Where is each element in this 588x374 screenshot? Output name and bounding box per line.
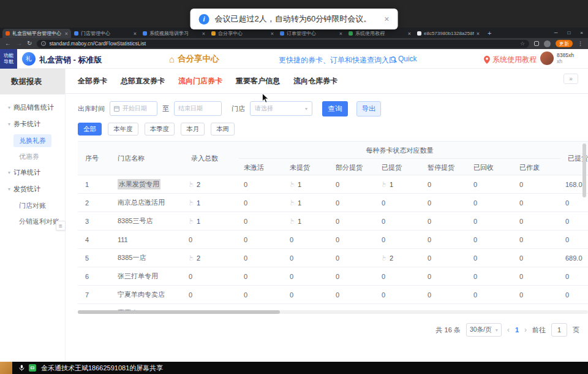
content-tab[interactable]: 重要客户信息 — [236, 76, 280, 86]
table-row: 38385三号店☞10☞1000000 — [78, 212, 588, 231]
quick-search-link[interactable]: ☞ Quick — [382, 55, 417, 63]
window-close-button[interactable]: × — [580, 30, 583, 36]
cell-link-value[interactable]: 1 — [298, 181, 301, 188]
next-page-button[interactable]: › — [524, 326, 527, 334]
pointer-hand-icon: ☞ — [288, 218, 296, 224]
current-page[interactable]: 1 — [515, 326, 519, 334]
pointer-hand-icon: ☞ — [288, 181, 296, 188]
back-icon[interactable]: ← — [5, 40, 11, 47]
column-header: 未激活 — [239, 159, 285, 176]
content-tab[interactable]: 流向门店券卡 — [178, 76, 222, 86]
sidebar-item[interactable]: ▾商品销售统计 — [0, 99, 65, 116]
banner-close-icon[interactable]: × — [384, 14, 389, 24]
quick-filter-chip[interactable]: 本年度 — [108, 123, 138, 135]
side-panel-icon[interactable] — [534, 41, 539, 46]
browser-tab[interactable]: 礼盒营销平台管理中心× — [2, 29, 71, 38]
bookmark-star-icon[interactable]: ☆ — [520, 40, 525, 47]
horizontal-scrollbar[interactable] — [78, 310, 588, 314]
address-bar[interactable]: i standard.maboy.cn/CardFlowStatisticsLi… — [37, 40, 529, 48]
content-tab[interactable]: 全部券卡 — [78, 76, 107, 86]
sidebar-item[interactable]: ▾券卡统计 — [0, 116, 65, 132]
sidebar-subitem[interactable]: 兑换礼券 — [0, 132, 65, 148]
location-pin-icon — [484, 56, 490, 64]
browser-menu-icon[interactable]: ⋮ — [578, 40, 583, 47]
quick-filter-chip[interactable]: 本季度 — [145, 123, 175, 135]
cell-link-value[interactable]: 1 — [298, 199, 301, 207]
cell-state-count: 0 — [285, 249, 331, 267]
search-icon — [391, 56, 396, 61]
browser-tab[interactable]: 订单管理中心× — [277, 29, 345, 38]
table-row: 7宁夏羊肉专卖店000000000 — [78, 286, 588, 304]
content-tab[interactable]: 流向仓库券卡 — [293, 76, 337, 86]
cell-state-count: ☞1 — [285, 212, 331, 230]
tab-close-icon[interactable]: × — [134, 31, 137, 37]
reload-icon[interactable]: ↻ — [27, 40, 32, 47]
time-filter-label: 出库时间 — [78, 104, 105, 113]
info-icon: i — [199, 14, 209, 25]
function-nav-line2: 导航 — [4, 59, 13, 65]
cell-link-value[interactable]: 2 — [197, 181, 200, 188]
browser-tab[interactable]: 系统视频培训学习× — [140, 29, 208, 38]
store-select[interactable]: 请选择 ▾ — [250, 101, 312, 116]
pointer-hand-icon: ☞ — [187, 255, 195, 261]
tutorial-link[interactable]: 系统使用教程 — [484, 55, 537, 65]
cell-state-count: 0 — [331, 231, 377, 248]
browser-tab[interactable]: 系统使用教程× — [345, 29, 414, 38]
cell-link-value[interactable]: 1 — [390, 181, 393, 188]
minimize-button[interactable]: ─ — [554, 30, 558, 36]
sidebar-drag-handle[interactable]: ≡ — [56, 221, 66, 231]
table-row: 4111000000000 — [78, 231, 588, 249]
cell-state-count: ☞1 — [285, 175, 331, 193]
cell-state-count: 0 — [514, 286, 560, 303]
store-name-text: 宁夏羊肉专卖店 — [118, 290, 165, 299]
tab-close-icon[interactable]: × — [408, 31, 411, 37]
sidebar-item[interactable]: ▾发货统计 — [0, 181, 65, 197]
cell-link-value[interactable]: 1 — [197, 199, 200, 207]
tab-close-icon[interactable]: × — [271, 31, 274, 37]
table-body: 1水果发货专用☞20☞10☞1000168.02南京总店激活用☞10☞10000… — [78, 175, 588, 314]
tab-close-icon[interactable]: × — [477, 31, 480, 37]
url-text[interactable]: standard.maboy.cn/CardFlowStatisticsList — [49, 40, 517, 47]
start-date-input[interactable]: 开始日期 — [110, 101, 157, 116]
collapse-panel-button[interactable]: » — [564, 74, 578, 84]
quick-filter-chip[interactable]: 本月 — [181, 123, 205, 135]
browser-tab[interactable]: 合分享中心× — [208, 29, 277, 38]
site-info-icon[interactable]: i — [41, 41, 46, 46]
sidebar-subitem[interactable]: 门店对账 — [0, 197, 65, 213]
content-tab[interactable]: 总部直发券卡 — [121, 76, 165, 86]
data-table: 序号门店名称录入总数每种券卡状态对应数量未激活未提货部分提货已提货暂停提货已回收… — [78, 141, 588, 314]
vertical-scrollbar-thumb[interactable] — [582, 143, 586, 197]
function-nav-button[interactable]: 功能 导航 — [0, 49, 17, 69]
new-tab-button[interactable]: + — [488, 29, 491, 37]
tab-close-icon[interactable]: × — [65, 31, 68, 37]
cell-link-value[interactable]: 2 — [390, 254, 393, 262]
vertical-scrollbar[interactable] — [582, 142, 586, 310]
cell-link-value[interactable]: 2 — [197, 254, 200, 262]
browser-profile-avatar[interactable] — [544, 40, 551, 47]
horizontal-scrollbar-thumb[interactable] — [78, 310, 280, 314]
user-menu[interactable]: 8385xh xh — [540, 52, 574, 65]
goto-page-input[interactable]: 1 — [551, 323, 567, 337]
tab-close-icon[interactable]: × — [202, 31, 205, 37]
export-button[interactable]: 导出 — [356, 101, 381, 116]
cell-link-value[interactable]: 1 — [298, 218, 301, 225]
microphone-icon[interactable] — [18, 364, 25, 372]
browser-tab[interactable]: 门店管理中心× — [71, 29, 140, 38]
end-date-input[interactable]: 结束日期 — [174, 101, 222, 116]
page-size-select[interactable]: 30条/页 ▾ — [466, 323, 502, 337]
search-button[interactable]: 查询 — [322, 101, 348, 116]
share-center-link[interactable]: ⌂ 合分享中心 — [169, 53, 219, 64]
quick-filter-chip[interactable]: 全部 — [78, 123, 102, 135]
sidebar-item[interactable]: ▾订单统计 — [0, 164, 65, 181]
prev-page-button[interactable]: ‹ — [507, 326, 510, 334]
browser-update-chip[interactable]: 更新 — [556, 40, 573, 47]
browser-tab[interactable]: e8c573980b1328a258fd2e6...× — [414, 29, 483, 38]
cell-link-value[interactable]: 1 — [197, 218, 200, 225]
end-date-placeholder: 结束日期 — [178, 104, 203, 113]
tab-close-icon[interactable]: × — [339, 31, 342, 37]
quick-filter-chip[interactable]: 本周 — [211, 123, 235, 135]
pointer-hand-icon: ☞ — [187, 218, 195, 224]
sidebar-subitem[interactable]: 优惠券 — [0, 148, 65, 164]
maximize-button[interactable]: □ — [567, 30, 570, 36]
total-count: 共 16 条 — [436, 326, 461, 335]
